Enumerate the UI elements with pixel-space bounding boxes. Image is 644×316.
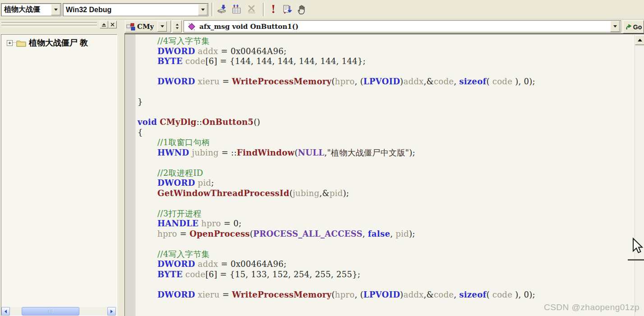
scroll-track[interactable]: [10, 307, 107, 316]
configuration-combobox-value: Win32 Debug: [63, 6, 198, 14]
project-combobox-value: 植物大战僵: [1, 5, 51, 14]
build-all-button[interactable]: [230, 3, 243, 16]
vc6-ide-window: 植物大战僵 Win32 Debug: [0, 0, 644, 316]
stop-build-button[interactable]: [245, 3, 258, 16]
workspace-hscrollbar[interactable]: [1, 307, 116, 316]
pane-minimize-button[interactable]: [100, 21, 108, 28]
code-line[interactable]: //4写入字节集: [138, 249, 635, 260]
arrow-right-icon: [110, 310, 113, 313]
close-icon: [110, 23, 115, 27]
code-line[interactable]: //1取窗口句柄: [138, 137, 635, 148]
scroll-left-button[interactable]: [1, 307, 10, 316]
artifact-line: [628, 259, 644, 261]
tree-expand-icon[interactable]: +: [7, 40, 13, 46]
stop-build-icon: [246, 4, 257, 15]
collapse-icon: [101, 23, 106, 27]
go-debug-button[interactable]: [281, 3, 294, 16]
wizard-spinner[interactable]: [172, 20, 182, 32]
code-line[interactable]: {: [138, 128, 635, 138]
build-all-icon: [231, 4, 242, 15]
member-combobox[interactable]: afx_msg void OnButton1(): [184, 20, 621, 32]
editor-vscrollbar[interactable]: [635, 35, 644, 316]
hand-breakpoint-icon: [296, 4, 307, 15]
code-line[interactable]: hpro = OpenProcess(PROCESS_ALL_ACCESS, f…: [138, 229, 635, 239]
folder-icon: [16, 39, 26, 47]
code-line[interactable]: DWORD xieru = WriteProcessMemory(hpro, (…: [138, 290, 635, 300]
code-line[interactable]: [138, 158, 635, 168]
tree-item-project-root[interactable]: + 植物大战僵尸 教: [1, 37, 117, 48]
code-line[interactable]: BYTE code[6] = {144, 144, 144, 144, 144,…: [138, 56, 635, 67]
code-line[interactable]: //2取进程ID: [138, 168, 635, 179]
code-line[interactable]: //3打开进程: [138, 209, 635, 219]
code-line[interactable]: GetWindowThreadProcessId(jubing,&pid);: [138, 188, 635, 199]
pane-gripper[interactable]: [1, 25, 97, 27]
tree-item-label: 植物大战僵尸 教: [29, 37, 88, 48]
build-button[interactable]: [216, 3, 228, 16]
class-icon: [126, 23, 135, 31]
code-line[interactable]: BYTE code[6] = {15, 133, 152, 254, 255, …: [138, 270, 635, 280]
editor-selection-margin[interactable]: [125, 34, 136, 316]
wizard-go-button[interactable]: Go: [623, 20, 644, 33]
wizard-bar-row: CMy afx_msg void OnButton1() Go: [0, 19, 644, 33]
class-combobox[interactable]: CMy: [125, 20, 171, 32]
pane-close-button[interactable]: [108, 21, 117, 28]
code-line[interactable]: DWORD addx = 0x00464A96;: [138, 46, 635, 57]
spin-up-icon: [175, 24, 178, 26]
arrow-up-icon: [638, 39, 642, 41]
configuration-combobox[interactable]: Win32 Debug: [63, 3, 208, 16]
code-line[interactable]: //4写入字节集: [138, 36, 635, 46]
build-icon: [216, 4, 227, 15]
member-combobox-value: afx_msg void OnButton1(): [199, 23, 610, 31]
code-line[interactable]: }: [138, 97, 635, 107]
scroll-right-button[interactable]: [107, 307, 116, 316]
scroll-thumb[interactable]: [22, 307, 79, 316]
build-toolbar: 植物大战僵 Win32 Debug: [0, 0, 644, 19]
arrow-left-icon: [5, 310, 7, 313]
chevron-down-icon[interactable]: [610, 21, 620, 32]
code-area[interactable]: //4写入字节集DWORD addx = 0x00464A96;BYTE cod…: [136, 34, 635, 316]
go-debug-icon: [282, 4, 293, 15]
go-button-label: Go: [633, 23, 642, 31]
pane-gripper[interactable]: [1, 22, 97, 24]
code-line[interactable]: HANDLE hpro = 0;: [138, 219, 635, 229]
workspace-panel: + 植物大战僵尸 教: [1, 34, 117, 316]
code-line[interactable]: DWORD addx = 0x00464A96;: [138, 259, 635, 270]
code-line[interactable]: HWND jubing = ::FindWindow(NULL,"植物大战僵尸中…: [138, 148, 635, 158]
chevron-down-icon[interactable]: [157, 21, 167, 32]
chevron-down-icon[interactable]: [198, 4, 207, 15]
tree-connector: [13, 42, 16, 43]
mouse-cursor: [630, 238, 643, 256]
code-line[interactable]: void CMyDlg::OnButton5(): [138, 117, 635, 128]
code-line[interactable]: [138, 279, 635, 290]
project-combobox[interactable]: 植物大战僵: [1, 3, 61, 16]
scroll-up-button[interactable]: [635, 35, 644, 45]
chevron-down-icon[interactable]: [51, 4, 60, 15]
source-editor-window: //4写入字节集DWORD addx = 0x00464A96;BYTE cod…: [124, 33, 644, 316]
code-line[interactable]: [138, 239, 635, 249]
execute-program-icon: !: [271, 4, 276, 15]
toolbar-separator: [263, 3, 265, 16]
code-line[interactable]: [138, 107, 635, 118]
execute-program-button[interactable]: !: [267, 3, 280, 16]
class-combobox-value: CMy: [137, 23, 154, 31]
code-line[interactable]: [138, 87, 635, 97]
code-line[interactable]: [138, 198, 635, 209]
member-function-icon: [188, 23, 196, 31]
code-line[interactable]: DWORD pid;: [138, 178, 635, 188]
toolbar-separator: [212, 3, 213, 16]
breakpoint-hand-button[interactable]: [295, 3, 308, 16]
watermark: CSDN @zhaopeng01zp: [544, 302, 639, 312]
go-arrow-icon: [625, 23, 632, 31]
code-line[interactable]: [138, 67, 635, 77]
code-line[interactable]: DWORD xieru = WriteProcessMemory(hpro, (…: [138, 77, 635, 87]
spin-down-icon: [175, 27, 178, 29]
